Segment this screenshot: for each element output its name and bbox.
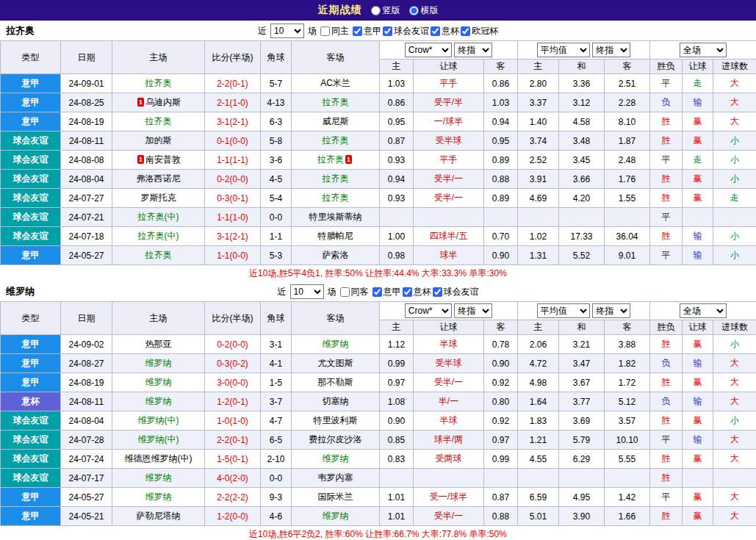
team-name-link[interactable]: 维罗纳 [145, 396, 172, 406]
team-name-link[interactable]: 维罗纳 [145, 492, 172, 502]
team-name-link[interactable]: 维德恩维罗纳(中) [125, 453, 192, 464]
league-filter[interactable]: 球会友谊 [383, 25, 429, 37]
league-checkbox[interactable] [403, 287, 412, 297]
match-date: 24-07-24 [61, 450, 112, 469]
average-select[interactable]: 平均值 [537, 43, 590, 57]
same-venue-checkbox[interactable] [340, 287, 350, 297]
layout-radio[interactable] [409, 6, 419, 15]
team-name-link[interactable]: 萨索洛 [323, 250, 349, 260]
team-name-link[interactable]: 维罗纳(中) [138, 415, 179, 425]
layout-option-horizontal[interactable]: 横版 [409, 4, 439, 17]
match-score-link[interactable]: 0-2(0-0) [205, 170, 261, 189]
same-venue-checkbox[interactable] [320, 26, 330, 36]
match-score-link[interactable]: 1-2(0-0) [205, 507, 261, 526]
team-name-link[interactable]: 拉齐奥 [317, 154, 344, 165]
league-filter[interactable]: 欧冠杯 [461, 25, 498, 37]
league-checkbox[interactable] [372, 287, 382, 297]
match-score-link[interactable]: 2-2(2-2) [205, 488, 261, 507]
avg-time-select[interactable]: 终指 [592, 303, 630, 318]
match-score-link[interactable]: 3-0(0-0) [205, 373, 261, 392]
match-score-link[interactable]: 0-2(0-0) [205, 335, 261, 354]
league-checkbox[interactable] [431, 26, 440, 36]
team-name-link[interactable]: 国际米兰 [318, 492, 353, 502]
match-score-link[interactable]: 2-2(0-1) [205, 431, 261, 450]
league-filter[interactable]: 意杯 [403, 286, 431, 298]
avg-time-select[interactable]: 终指 [592, 43, 630, 57]
team-name-link[interactable]: 维罗纳 [323, 453, 349, 464]
subcol-home-odds: 主 [380, 60, 414, 74]
match-score-link[interactable]: 1-5(0-1) [205, 450, 261, 469]
team-name-link[interactable]: 弗洛西诺尼 [137, 173, 181, 184]
match-score-link[interactable]: 2-1(1-0) [205, 93, 261, 112]
league-checkbox[interactable] [383, 26, 392, 36]
team-name-link[interactable]: 萨勒尼塔纳 [137, 511, 181, 521]
odds-time-select[interactable]: 终指 [454, 43, 492, 57]
team-name-link[interactable]: 拉齐奥 [323, 192, 349, 203]
league-checkbox[interactable] [353, 26, 362, 36]
team-name-link[interactable]: 拉齐奥 [323, 173, 349, 184]
team-name-link[interactable]: 切塞纳 [323, 396, 349, 406]
period-select[interactable]: 全场 [680, 303, 727, 318]
team-name-link[interactable]: 那不勒斯 [318, 377, 353, 387]
match-score-link[interactable]: 4-0(2-0) [205, 469, 261, 488]
team-name-link[interactable]: 特腊帕尼 [318, 231, 353, 241]
team-name-link[interactable]: 费拉尔皮沙洛 [309, 434, 362, 444]
same-venue-filter[interactable]: 同主 [320, 25, 349, 37]
layout-option-vertical[interactable]: 竖版 [371, 4, 400, 17]
match-score-link[interactable]: 1-1(0-0) [205, 246, 261, 265]
league-filter[interactable]: 意甲 [353, 25, 381, 37]
team-name-link[interactable]: 尤文图斯 [318, 358, 353, 368]
match-score-link[interactable]: 1-0(1-0) [205, 411, 261, 431]
league-filter[interactable]: 意杯 [431, 25, 459, 37]
team-name-link[interactable]: 拉齐奥(中) [138, 231, 179, 241]
team-name-link[interactable]: 韦罗内塞 [318, 472, 353, 483]
team-name-link[interactable]: 加的斯 [145, 135, 172, 145]
team-name-link[interactable]: 维罗纳 [323, 339, 349, 349]
team-name-link[interactable]: 热那亚 [145, 339, 172, 349]
team-name-link[interactable]: 维罗纳 [323, 511, 349, 521]
match-score-link[interactable]: 0-1(0-0) [205, 132, 261, 151]
team-name-link[interactable]: 南安普敦 [145, 154, 181, 165]
match-count-select[interactable]: 10 [270, 24, 304, 38]
match-score-link[interactable]: 1-1(1-0) [205, 208, 261, 227]
same-venue-filter[interactable]: 同客 [340, 286, 369, 298]
match-date: 24-05-27 [61, 488, 112, 507]
team-name-link[interactable]: 威尼斯 [323, 116, 349, 126]
match-score-link[interactable]: 0-3(0-2) [205, 354, 261, 373]
league-filter[interactable]: 意甲 [372, 286, 401, 298]
team-name-link[interactable]: 维罗纳(中) [138, 434, 179, 444]
team-name-link[interactable]: 特里波利斯 [314, 415, 358, 425]
match-row: 球会友谊24-07-17维罗纳4-0(2-0)0-0韦罗内塞胜 [1, 469, 756, 488]
match-score-link[interactable]: 2-2(0-1) [205, 74, 261, 93]
team-name-link[interactable]: 拉齐奥 [323, 97, 349, 107]
match-count-select[interactable]: 10 [290, 284, 324, 299]
team-name-link[interactable]: 特里埃斯蒂纳 [309, 212, 362, 222]
match-score-link[interactable]: 3-1(2-1) [205, 112, 261, 132]
team-name-link[interactable]: 罗斯托克 [141, 192, 176, 203]
bookmaker-select[interactable]: Crow* [405, 43, 452, 57]
match-score-link[interactable]: 1-1(1-1) [205, 151, 261, 170]
layout-radio[interactable] [371, 6, 381, 15]
league-checkbox[interactable] [433, 287, 442, 297]
match-score-link[interactable]: 3-1(2-1) [205, 227, 261, 246]
odds-time-select[interactable]: 终指 [454, 303, 492, 318]
team-name-link[interactable]: 拉齐奥 [323, 135, 349, 145]
league-checkbox[interactable] [461, 26, 470, 36]
avg-away-odds: 2.28 [605, 93, 650, 112]
team-name-link[interactable]: 拉齐奥 [145, 78, 172, 88]
match-score-link[interactable]: 0-3(0-1) [205, 189, 261, 208]
team-name-link[interactable]: 拉齐奥 [145, 116, 172, 126]
match-score-link[interactable]: 1-2(0-1) [205, 392, 261, 411]
team-name-link[interactable]: 拉齐奥(中) [138, 212, 179, 222]
team-name-link[interactable]: 拉齐奥 [145, 250, 172, 260]
bookmaker-select[interactable]: Crow* [405, 303, 452, 318]
team-name-link[interactable]: 维罗纳 [145, 377, 172, 387]
team-name-link[interactable]: 乌迪内斯 [145, 97, 181, 107]
period-select[interactable]: 全场 [680, 43, 727, 57]
match-row: 球会友谊24-07-24维德恩维罗纳(中)1-5(0-1)2-10维罗纳0.83… [1, 450, 756, 469]
average-select[interactable]: 平均值 [537, 303, 590, 318]
league-filter[interactable]: 球会友谊 [433, 286, 479, 298]
team-name-link[interactable]: 维罗纳 [145, 358, 172, 368]
team-name-link[interactable]: 维罗纳 [145, 472, 172, 483]
team-name-link[interactable]: AC米兰 [320, 78, 350, 88]
